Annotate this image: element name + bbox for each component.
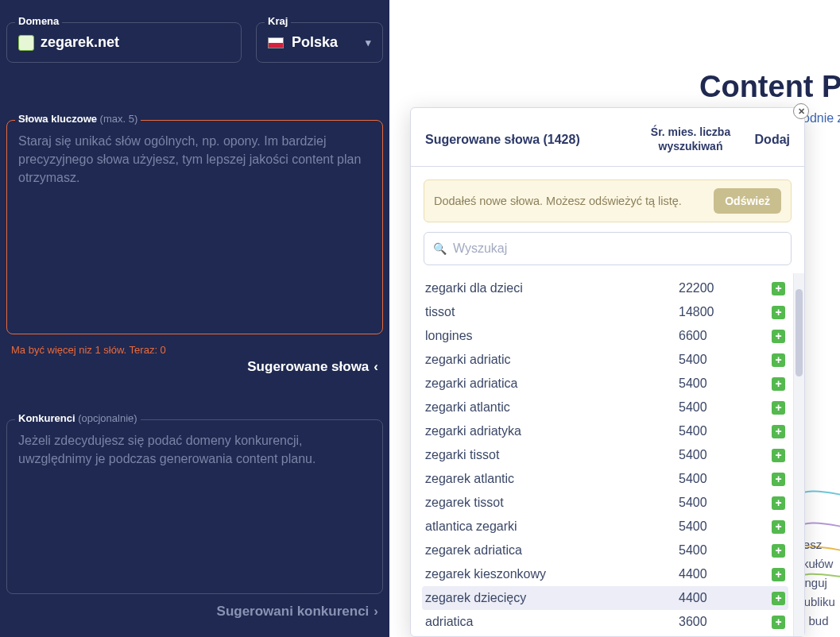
scrollbar-thumb[interactable] xyxy=(795,289,803,376)
add-button[interactable]: + xyxy=(772,520,785,534)
country-select[interactable]: Kraj Polska ▾ xyxy=(256,22,383,63)
add-button[interactable]: + xyxy=(772,449,785,462)
suggestion-term: zegarek tissot xyxy=(425,496,679,510)
domain-label: Domena xyxy=(15,15,62,27)
suggestion-row[interactable]: zegarek kieszonkowy4400+ xyxy=(422,562,788,586)
add-button[interactable]: + xyxy=(772,592,785,605)
add-button[interactable]: + xyxy=(772,306,785,319)
keywords-error: Ma być więcej niz 1 słów. Teraz: 0 xyxy=(11,344,383,356)
suggestion-row[interactable]: zegarki adriatyka5400+ xyxy=(422,419,788,443)
domain-value: zegarek.net xyxy=(41,34,119,51)
suggestion-term: zegarek adriatica xyxy=(425,543,679,558)
suggestion-row[interactable]: zegarek dziecięcy4400+ xyxy=(422,586,788,610)
suggestion-volume: 6600 xyxy=(679,329,758,343)
chevron-down-icon: ▾ xyxy=(366,37,371,48)
sidebar: Domena zegarek.net Kraj Polska ▾ Słowa k… xyxy=(0,0,389,637)
add-button[interactable]: + xyxy=(772,330,785,343)
poland-flag-icon xyxy=(268,37,284,48)
suggestion-row[interactable]: zegarki tissot5400+ xyxy=(422,443,788,467)
add-button[interactable]: + xyxy=(772,282,785,295)
banner-text: Dodałeś nowe słowa. Możesz odświeżyć tą … xyxy=(434,195,682,207)
suggestions-list: zegarki dla dzieci22200+tissot14800+long… xyxy=(411,273,793,636)
add-button[interactable]: + xyxy=(772,401,785,415)
suggestion-row[interactable]: zegarki adriatic5400+ xyxy=(422,348,788,372)
scrollbar[interactable] xyxy=(793,273,804,636)
refresh-banner: Dodałeś nowe słowa. Możesz odświeżyć tą … xyxy=(424,180,792,222)
suggestion-term: zegarki atlantic xyxy=(425,400,679,415)
suggestion-row[interactable]: zegarek tissot5400+ xyxy=(422,491,788,515)
suggestion-volume: 3600 xyxy=(679,615,758,629)
domain-field[interactable]: Domena zegarek.net xyxy=(6,22,242,63)
country-label: Kraj xyxy=(265,15,291,27)
suggestion-volume: 5400 xyxy=(679,543,758,558)
page-title: Content Pl xyxy=(699,70,840,104)
domain-favicon xyxy=(18,35,34,51)
search-icon: 🔍 xyxy=(433,242,447,255)
keywords-placeholder: Staraj się unikać słów ogólnych, np. opo… xyxy=(18,132,371,187)
suggestion-term: tissot xyxy=(425,305,679,319)
suggestion-term: zegarki adriatyka xyxy=(425,424,679,438)
suggestion-row[interactable]: longines6600+ xyxy=(422,324,788,348)
suggestion-row[interactable]: zegarek atlantic5400+ xyxy=(422,467,788,491)
suggestion-volume: 5400 xyxy=(679,400,758,415)
suggestion-row[interactable]: zegarki adriatica5400+ xyxy=(422,372,788,396)
suggestion-volume: 5400 xyxy=(679,376,758,391)
suggestion-volume: 5400 xyxy=(679,496,758,510)
keywords-field[interactable]: Słowa kluczowe (max. 5) Staraj się unika… xyxy=(6,120,383,334)
close-icon[interactable]: ✕ xyxy=(793,103,809,119)
competitors-label: Konkurenci (opcjonalnie) xyxy=(15,412,141,424)
suggestion-row[interactable]: adriatica3600+ xyxy=(422,610,788,634)
suggestion-row[interactable]: zegarek adriatica5400+ xyxy=(422,539,788,562)
suggested-competitors-link[interactable]: Sugerowani konkurenci › xyxy=(6,604,378,620)
keywords-label: Słowa kluczowe (max. 5) xyxy=(15,113,141,125)
suggestion-volume: 5400 xyxy=(679,424,758,438)
suggestion-term: zegarek dziecięcy xyxy=(425,591,679,605)
add-button[interactable]: + xyxy=(772,544,785,558)
refresh-button[interactable]: Odśwież xyxy=(714,188,781,214)
chevron-left-icon: ‹ xyxy=(374,359,378,375)
header-searches: Śr. mies. liczba wyszukiwań xyxy=(639,125,742,153)
search-input[interactable] xyxy=(424,232,792,265)
suggestion-term: zegarki dla dzieci xyxy=(425,281,679,295)
suggestion-row[interactable]: zegarki atlantic5400+ xyxy=(422,396,788,419)
suggestion-volume: 5400 xyxy=(679,472,758,486)
add-button[interactable]: + xyxy=(772,377,785,391)
suggestion-term: zegarki tissot xyxy=(425,448,679,462)
add-button[interactable]: + xyxy=(772,616,785,629)
suggestion-term: zegarki adriatica xyxy=(425,376,679,391)
suggested-words-link[interactable]: Sugerowane słowa ‹ xyxy=(6,359,378,375)
add-button[interactable]: + xyxy=(772,353,785,367)
suggestion-volume: 22200 xyxy=(679,281,758,295)
competitors-placeholder: Jeżeli zdecydujesz się podać domeny konk… xyxy=(18,431,371,468)
suggestion-term: zegarek atlantic xyxy=(425,472,679,486)
add-button[interactable]: + xyxy=(772,473,785,486)
suggestion-term: atlantica zegarki xyxy=(425,519,679,534)
suggestion-volume: 5400 xyxy=(679,519,758,534)
suggested-words-popup: ✕ Sugerowane słowa (1428) Śr. mies. licz… xyxy=(410,107,805,637)
chevron-right-icon: › xyxy=(374,604,378,620)
suggestion-volume: 4400 xyxy=(679,591,758,605)
suggestion-row[interactable]: zegarki dla dzieci22200+ xyxy=(422,276,788,300)
suggestion-term: zegarek kieszonkowy xyxy=(425,567,679,581)
popup-header: Sugerowane słowa (1428) Śr. mies. liczba… xyxy=(411,108,804,167)
header-add: Dodaj xyxy=(742,133,790,147)
suggestion-row[interactable]: tissot14800+ xyxy=(422,300,788,324)
suggestion-term: longines xyxy=(425,329,679,343)
suggestion-volume: 14800 xyxy=(679,305,758,319)
add-button[interactable]: + xyxy=(772,568,785,581)
header-suggested: Sugerowane słowa (1428) xyxy=(425,133,639,147)
country-value: Polska xyxy=(292,34,338,51)
suggestion-volume: 4400 xyxy=(679,567,758,581)
add-button[interactable]: + xyxy=(772,425,785,438)
suggestion-volume: 5400 xyxy=(679,448,758,462)
add-button[interactable]: + xyxy=(772,496,785,510)
suggestion-row[interactable]: atlantica zegarki5400+ xyxy=(422,515,788,539)
suggestion-volume: 5400 xyxy=(679,353,758,367)
suggestion-term: adriatica xyxy=(425,615,679,629)
search-wrap: 🔍 xyxy=(424,232,792,265)
competitors-field[interactable]: Konkurenci (opcjonalnie) Jeżeli zdecyduj… xyxy=(6,419,383,594)
suggestion-term: zegarki adriatic xyxy=(425,353,679,367)
